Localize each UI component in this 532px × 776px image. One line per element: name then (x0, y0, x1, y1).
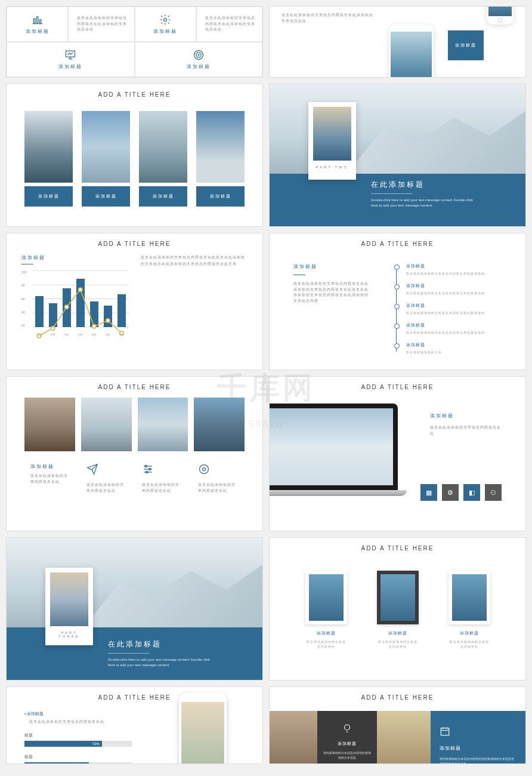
slide-phones: 双击在此添加你的文本信息内容双击在此添加你的文本信息在此 添加标题 (269, 6, 526, 78)
col-desc: 双击在此添加你的文本内容双击在此 (86, 482, 128, 494)
svg-point-12 (51, 327, 54, 330)
svg-point-25 (199, 465, 208, 474)
card-label: 添加标题 (82, 186, 130, 207)
thumb (194, 398, 245, 451)
phone-mockup-large (389, 24, 434, 78)
cell-title: 添加标题 (187, 63, 211, 70)
slide-blocks: ADD A TITLE HERE 添加标题 在此添加你的文本信息内容在此添加你的… (269, 686, 526, 764)
dark-block: 添加标题 在此添加你的文本信息内容在此添加你的文本信息 (317, 711, 377, 764)
svg-rect-28 (441, 728, 449, 735)
image-card: 添加标题 (139, 111, 187, 207)
col-desc: 双击在此添加你的文本内容双击在此 (30, 473, 72, 485)
svg-point-15 (92, 324, 96, 328)
card-label: 添加标题 (24, 186, 73, 207)
cell-desc: 双击在此添加你的文本信息内容双击在此添加你的文本信息在此 (205, 16, 258, 33)
section-desc: Double-click here to add your text messa… (108, 657, 215, 668)
thumb (138, 398, 188, 451)
cell-title: 添加标题 (58, 63, 82, 70)
svg-point-14 (79, 288, 82, 291)
slide-laptop: ADD A TITLE HERE 添加标题 双击在此添加你的文字信息内容双击在此… (269, 376, 526, 531)
left-title: 添加标题 (293, 263, 370, 270)
phone-mockup (179, 693, 227, 764)
part-label: PART TWO (313, 165, 351, 169)
icon-btn-people[interactable]: ⚇ (485, 484, 502, 501)
gear-icon (159, 14, 171, 26)
polaroid-card: PART THREE (45, 568, 93, 645)
phone-mockup-small (487, 6, 514, 24)
slide-timeline: ADD A TITLE HERE 添加标题 双击在此添加你的文本信息内容双击在此… (269, 233, 526, 370)
img-block (270, 711, 317, 764)
slide-chart: ADD A TITLE HERE 添加标题 10080604020 xxxxxx… (6, 233, 263, 370)
desc: 双击在此添加你的文本信息内容双击在此添加你的文本信息在此 (282, 13, 377, 24)
svg-point-4 (164, 19, 167, 21)
gear-icon (198, 463, 210, 475)
thumb (24, 398, 75, 451)
slide-part-three: 在此添加标题 Double-click here to add your tex… (6, 537, 263, 680)
slide-title: ADD A TITLE HERE (270, 377, 525, 398)
col-desc: 双击在此添加你的文本内容双击在此 (198, 482, 239, 494)
chart-desc: 双击在此添加你的文本信息内容双击在此双击在此添加你的文本信息在此添加你的文本信息… (141, 254, 248, 336)
slide-title: ADD A TITLE HERE (7, 377, 262, 398)
icon-btn-briefcase[interactable]: ▦ (420, 484, 437, 501)
svg-point-10 (198, 54, 199, 56)
sliders-icon (142, 463, 154, 475)
section-heading: 在此添加标题 (371, 180, 508, 190)
slide-progress: ADD A TITLE HERE • 添加标题 双击在此添加你的文本信息内容双击… (6, 686, 263, 764)
slide-four-cols: ADD A TITLE HERE 添加标题双击在此添加你的文本内容双击在此 双击… (6, 376, 263, 531)
image-card: 添加标题 (24, 111, 73, 207)
cell-desc: 双击在此添加你的文本信息内容双击在此添加你的文本信息在此 (77, 16, 130, 33)
chart-bars-icon (32, 14, 44, 26)
svg-point-13 (64, 305, 68, 309)
card-label: 添加标题 (139, 186, 187, 207)
part-label: PART THREE (50, 631, 88, 638)
slide-four-images: ADD A TITLE HERE 添加标题 添加标题 添加标题 添加标题 (6, 84, 263, 227)
col-title: 添加标题 (30, 463, 72, 470)
txt-desc: 双击在此添加你的文字信息内容双击在此 (430, 425, 502, 436)
target-icon (193, 49, 205, 61)
slide-title: ADD A TITLE HERE (270, 538, 525, 559)
slide-grid: 添加标题 双击在此添加你的文本信息内容双击在此添加你的文本信息在此 添加标题 双… (6, 6, 526, 764)
cell-title: 添加标题 (153, 28, 177, 35)
img-block (377, 711, 431, 764)
slide-title: ADD A TITLE HERE (270, 687, 525, 708)
txt-title: 添加标题 (430, 412, 502, 419)
slide-three-cards: ADD A TITLE HERE 添加标题双击在此添加你的文本信息内容在此添加标… (269, 537, 526, 680)
col-desc: 双击在此添加你的文本内容双击在此 (142, 482, 183, 494)
image-card: 添加标题 (82, 111, 130, 207)
slide-title: ADD A TITLE HERE (270, 233, 525, 254)
bar-line-chart: 10080604020 xxxxxxxxxxxxxxxxxxxxx (21, 270, 129, 336)
left-desc: 双击在此添加你的文本信息内容双击在此添加你的文本信息内容双击在此双击在此添加你的… (293, 281, 370, 304)
svg-point-8 (194, 51, 203, 60)
slide-icons-grid: 添加标题 双击在此添加你的文本信息内容双击在此添加你的文本信息在此 添加标题 双… (6, 6, 263, 78)
icon-btn-camera[interactable]: ◧ (463, 484, 480, 501)
icon-btn-gear[interactable]: ⚙ (442, 484, 459, 501)
section-desc: Double-click here to add your text messa… (371, 198, 478, 208)
paper-plane-icon (86, 463, 98, 475)
blue-label: 添加标题 (448, 30, 484, 60)
cell-title: 添加标题 (26, 28, 50, 35)
laptop-mockup (269, 404, 407, 505)
polaroid-card: PART TWO (308, 102, 356, 180)
svg-point-16 (106, 319, 110, 322)
svg-rect-1 (36, 17, 38, 23)
svg-rect-2 (39, 20, 41, 23)
slide-part-two: 在此添加标题 Double-click here to add your tex… (269, 84, 526, 227)
thumb (81, 398, 132, 451)
calendar-icon (440, 726, 450, 737)
svg-point-24 (202, 468, 205, 471)
bullet-desc: 双击在此添加你的文本信息内容双击在此 (29, 719, 137, 725)
blue-block: 添加标题 在此添加你的文本信息内容在此在此添加你的文本信息在此添加你的文本信息 (431, 711, 525, 764)
slide-title: ADD A TITLE HERE (7, 84, 262, 105)
bulb-icon (342, 723, 352, 734)
image-card: 添加标题 (196, 111, 245, 207)
card-label: 添加标题 (196, 186, 245, 207)
bullet-title: 添加标题 (27, 712, 44, 716)
slide-title: ADD A TITLE HERE (7, 233, 262, 254)
svg-point-9 (196, 53, 201, 57)
chart-title: 添加标题 (21, 254, 129, 261)
section-heading: 在此添加标题 (108, 639, 245, 649)
presentation-icon (64, 49, 76, 61)
svg-point-26 (345, 725, 350, 730)
svg-rect-0 (33, 19, 35, 23)
